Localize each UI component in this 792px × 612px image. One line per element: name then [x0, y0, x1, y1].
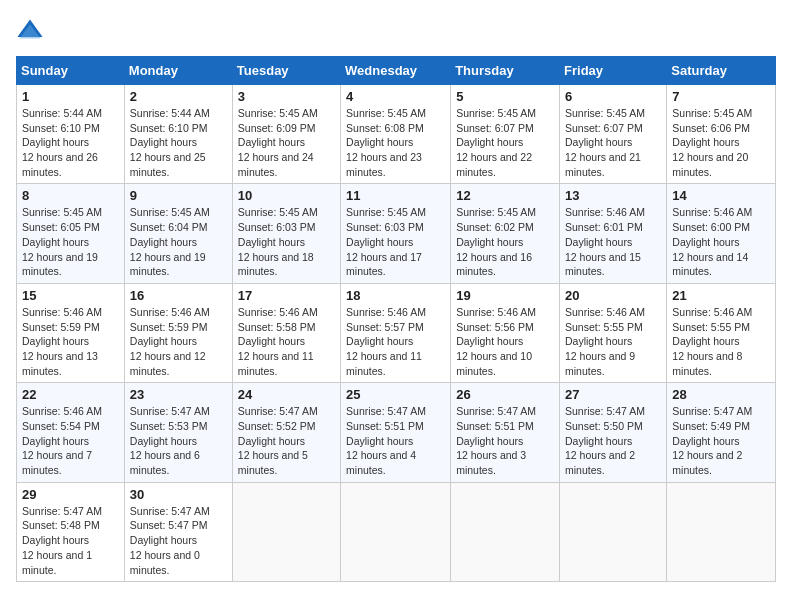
day-detail: Sunrise: 5:46 AM Sunset: 6:01 PM Dayligh…	[565, 205, 661, 278]
calendar-cell: 10 Sunrise: 5:45 AM Sunset: 6:03 PM Dayl…	[232, 184, 340, 283]
calendar-cell: 14 Sunrise: 5:46 AM Sunset: 6:00 PM Dayl…	[667, 184, 776, 283]
day-number: 6	[565, 89, 661, 104]
calendar-cell	[341, 482, 451, 581]
calendar-week-row: 15 Sunrise: 5:46 AM Sunset: 5:59 PM Dayl…	[17, 283, 776, 382]
day-detail: Sunrise: 5:45 AM Sunset: 6:03 PM Dayligh…	[346, 205, 445, 278]
day-number: 7	[672, 89, 770, 104]
day-number: 18	[346, 288, 445, 303]
weekday-header-cell: Monday	[124, 57, 232, 85]
calendar-cell: 20 Sunrise: 5:46 AM Sunset: 5:55 PM Dayl…	[560, 283, 667, 382]
day-number: 10	[238, 188, 335, 203]
day-number: 3	[238, 89, 335, 104]
day-detail: Sunrise: 5:47 AM Sunset: 5:47 PM Dayligh…	[130, 504, 227, 577]
day-number: 5	[456, 89, 554, 104]
calendar-week-row: 8 Sunrise: 5:45 AM Sunset: 6:05 PM Dayli…	[17, 184, 776, 283]
calendar-cell: 28 Sunrise: 5:47 AM Sunset: 5:49 PM Dayl…	[667, 383, 776, 482]
calendar-cell	[560, 482, 667, 581]
day-detail: Sunrise: 5:46 AM Sunset: 5:56 PM Dayligh…	[456, 305, 554, 378]
day-number: 4	[346, 89, 445, 104]
calendar-cell: 12 Sunrise: 5:45 AM Sunset: 6:02 PM Dayl…	[451, 184, 560, 283]
calendar-cell	[667, 482, 776, 581]
day-detail: Sunrise: 5:46 AM Sunset: 5:55 PM Dayligh…	[565, 305, 661, 378]
day-number: 1	[22, 89, 119, 104]
day-detail: Sunrise: 5:45 AM Sunset: 6:02 PM Dayligh…	[456, 205, 554, 278]
day-detail: Sunrise: 5:45 AM Sunset: 6:05 PM Dayligh…	[22, 205, 119, 278]
day-number: 26	[456, 387, 554, 402]
day-number: 8	[22, 188, 119, 203]
day-number: 23	[130, 387, 227, 402]
day-number: 15	[22, 288, 119, 303]
day-detail: Sunrise: 5:45 AM Sunset: 6:07 PM Dayligh…	[565, 106, 661, 179]
calendar-week-row: 22 Sunrise: 5:46 AM Sunset: 5:54 PM Dayl…	[17, 383, 776, 482]
day-number: 16	[130, 288, 227, 303]
logo	[16, 16, 48, 44]
day-number: 11	[346, 188, 445, 203]
day-number: 25	[346, 387, 445, 402]
day-detail: Sunrise: 5:47 AM Sunset: 5:52 PM Dayligh…	[238, 404, 335, 477]
day-detail: Sunrise: 5:47 AM Sunset: 5:51 PM Dayligh…	[456, 404, 554, 477]
day-number: 21	[672, 288, 770, 303]
day-detail: Sunrise: 5:45 AM Sunset: 6:07 PM Dayligh…	[456, 106, 554, 179]
day-number: 17	[238, 288, 335, 303]
weekday-header-cell: Tuesday	[232, 57, 340, 85]
calendar-cell: 6 Sunrise: 5:45 AM Sunset: 6:07 PM Dayli…	[560, 85, 667, 184]
calendar-cell: 16 Sunrise: 5:46 AM Sunset: 5:59 PM Dayl…	[124, 283, 232, 382]
calendar-cell: 23 Sunrise: 5:47 AM Sunset: 5:53 PM Dayl…	[124, 383, 232, 482]
weekday-header-cell: Wednesday	[341, 57, 451, 85]
day-number: 14	[672, 188, 770, 203]
day-detail: Sunrise: 5:47 AM Sunset: 5:49 PM Dayligh…	[672, 404, 770, 477]
day-detail: Sunrise: 5:45 AM Sunset: 6:06 PM Dayligh…	[672, 106, 770, 179]
weekday-header-cell: Thursday	[451, 57, 560, 85]
calendar-cell: 7 Sunrise: 5:45 AM Sunset: 6:06 PM Dayli…	[667, 85, 776, 184]
day-number: 28	[672, 387, 770, 402]
calendar-cell: 15 Sunrise: 5:46 AM Sunset: 5:59 PM Dayl…	[17, 283, 125, 382]
calendar-cell: 29 Sunrise: 5:47 AM Sunset: 5:48 PM Dayl…	[17, 482, 125, 581]
day-number: 27	[565, 387, 661, 402]
calendar-cell: 3 Sunrise: 5:45 AM Sunset: 6:09 PM Dayli…	[232, 85, 340, 184]
day-detail: Sunrise: 5:46 AM Sunset: 6:00 PM Dayligh…	[672, 205, 770, 278]
day-number: 20	[565, 288, 661, 303]
day-detail: Sunrise: 5:47 AM Sunset: 5:50 PM Dayligh…	[565, 404, 661, 477]
calendar-cell: 26 Sunrise: 5:47 AM Sunset: 5:51 PM Dayl…	[451, 383, 560, 482]
calendar-week-row: 29 Sunrise: 5:47 AM Sunset: 5:48 PM Dayl…	[17, 482, 776, 581]
day-number: 30	[130, 487, 227, 502]
day-detail: Sunrise: 5:45 AM Sunset: 6:04 PM Dayligh…	[130, 205, 227, 278]
day-detail: Sunrise: 5:47 AM Sunset: 5:48 PM Dayligh…	[22, 504, 119, 577]
calendar-cell: 2 Sunrise: 5:44 AM Sunset: 6:10 PM Dayli…	[124, 85, 232, 184]
page-header	[16, 16, 776, 44]
day-number: 2	[130, 89, 227, 104]
calendar-cell: 24 Sunrise: 5:47 AM Sunset: 5:52 PM Dayl…	[232, 383, 340, 482]
day-detail: Sunrise: 5:47 AM Sunset: 5:51 PM Dayligh…	[346, 404, 445, 477]
day-number: 13	[565, 188, 661, 203]
day-detail: Sunrise: 5:46 AM Sunset: 5:57 PM Dayligh…	[346, 305, 445, 378]
calendar-week-row: 1 Sunrise: 5:44 AM Sunset: 6:10 PM Dayli…	[17, 85, 776, 184]
calendar-cell: 13 Sunrise: 5:46 AM Sunset: 6:01 PM Dayl…	[560, 184, 667, 283]
calendar-cell: 17 Sunrise: 5:46 AM Sunset: 5:58 PM Dayl…	[232, 283, 340, 382]
calendar-cell: 11 Sunrise: 5:45 AM Sunset: 6:03 PM Dayl…	[341, 184, 451, 283]
weekday-header-row: SundayMondayTuesdayWednesdayThursdayFrid…	[17, 57, 776, 85]
calendar-cell	[451, 482, 560, 581]
calendar-cell: 21 Sunrise: 5:46 AM Sunset: 5:55 PM Dayl…	[667, 283, 776, 382]
calendar-body: 1 Sunrise: 5:44 AM Sunset: 6:10 PM Dayli…	[17, 85, 776, 582]
day-detail: Sunrise: 5:44 AM Sunset: 6:10 PM Dayligh…	[22, 106, 119, 179]
day-number: 24	[238, 387, 335, 402]
calendar-cell: 27 Sunrise: 5:47 AM Sunset: 5:50 PM Dayl…	[560, 383, 667, 482]
weekday-header-cell: Sunday	[17, 57, 125, 85]
weekday-header-cell: Friday	[560, 57, 667, 85]
weekday-header-cell: Saturday	[667, 57, 776, 85]
day-detail: Sunrise: 5:44 AM Sunset: 6:10 PM Dayligh…	[130, 106, 227, 179]
calendar-cell: 8 Sunrise: 5:45 AM Sunset: 6:05 PM Dayli…	[17, 184, 125, 283]
day-detail: Sunrise: 5:45 AM Sunset: 6:03 PM Dayligh…	[238, 205, 335, 278]
calendar-cell: 18 Sunrise: 5:46 AM Sunset: 5:57 PM Dayl…	[341, 283, 451, 382]
calendar-table: SundayMondayTuesdayWednesdayThursdayFrid…	[16, 56, 776, 582]
calendar-cell: 5 Sunrise: 5:45 AM Sunset: 6:07 PM Dayli…	[451, 85, 560, 184]
calendar-cell: 1 Sunrise: 5:44 AM Sunset: 6:10 PM Dayli…	[17, 85, 125, 184]
day-detail: Sunrise: 5:46 AM Sunset: 5:59 PM Dayligh…	[22, 305, 119, 378]
calendar-cell: 22 Sunrise: 5:46 AM Sunset: 5:54 PM Dayl…	[17, 383, 125, 482]
day-number: 19	[456, 288, 554, 303]
day-detail: Sunrise: 5:46 AM Sunset: 5:55 PM Dayligh…	[672, 305, 770, 378]
day-detail: Sunrise: 5:46 AM Sunset: 5:58 PM Dayligh…	[238, 305, 335, 378]
day-number: 29	[22, 487, 119, 502]
day-detail: Sunrise: 5:45 AM Sunset: 6:09 PM Dayligh…	[238, 106, 335, 179]
calendar-cell: 25 Sunrise: 5:47 AM Sunset: 5:51 PM Dayl…	[341, 383, 451, 482]
